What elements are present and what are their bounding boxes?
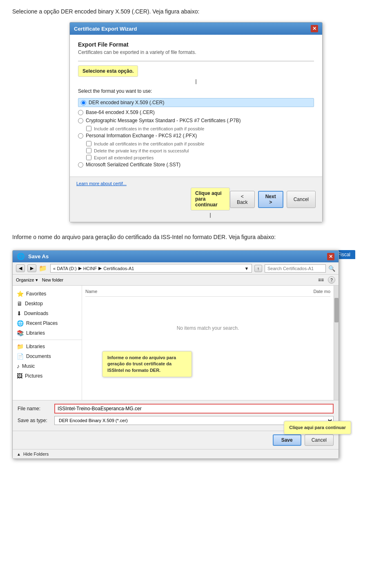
sidebar-recent-label: Recent Places (26, 320, 58, 326)
sidebar-desktop-label: Desktop (25, 301, 43, 306)
back-button[interactable]: < Back (230, 191, 255, 208)
downloads-icon: ⬇ (17, 310, 22, 317)
checkbox-pfx-delete-input[interactable] (86, 148, 91, 153)
radio-base64-input[interactable] (78, 110, 83, 115)
learn-more-link[interactable]: Learn more about certif... (76, 181, 127, 186)
col-name: Name (85, 289, 97, 294)
path-arrow2: ▶ (98, 266, 102, 271)
radio-der-input[interactable] (81, 100, 86, 105)
saveas-close-button[interactable]: ✕ (327, 253, 334, 260)
radio-sst-input[interactable] (78, 162, 83, 168)
radio-option-der[interactable]: DER encoded binary X.509 (.CER) (78, 98, 314, 107)
sidebar-pictures-label: Pictures (25, 373, 42, 379)
path-dropdown[interactable]: ▼ (245, 266, 249, 271)
saveas-titlebar: 🌐 Save As ✕ (13, 250, 339, 262)
sidebar-item-documents[interactable]: 📄 Documents (13, 351, 82, 361)
second-dialog-area: Certificate Export Wizard ta Fiscal 🌐 Sa… (12, 250, 355, 459)
sidebar-downloads-label: Downloads (24, 311, 48, 316)
radio-option-pfx[interactable]: Personal Information Exchange - PKCS #12… (78, 133, 314, 139)
dialog-close-button[interactable]: ✕ (311, 25, 318, 32)
annotation-save-tooltip: Clique aqui para continuar (284, 421, 351, 434)
sidebar-documents-label: Documents (26, 353, 51, 359)
dialog-body: Export File Format Certificates can be e… (70, 35, 322, 177)
radio-option-p7b[interactable]: Cryptographic Message Syntax Standard - … (78, 118, 314, 123)
next-button[interactable]: Next > (258, 191, 283, 208)
address-path[interactable]: « DATA (D:) ▶ HCINF ▶ Certificados-A1 ▼ (50, 264, 252, 273)
help-button[interactable]: ? (328, 276, 335, 284)
file-header: Name Date mo (85, 289, 330, 297)
path-arrow1: ▶ (78, 266, 82, 271)
checkbox-pfx-extended[interactable]: Export all extended properties (86, 155, 314, 160)
sidebar-libraries-top-label: Libraries (26, 330, 45, 336)
sidebar-item-libraries-top[interactable]: 📚 Libraries (13, 328, 82, 338)
nav-back-button[interactable]: ◀ (16, 264, 25, 272)
radio-option-base64[interactable]: Base-64 encoded X.509 (.CER) (78, 110, 314, 115)
path-part3: Certificados-A1 (103, 266, 134, 271)
radio-pfx-input[interactable] (78, 133, 83, 139)
new-folder-button[interactable]: New folder (42, 277, 64, 282)
cancel-button[interactable]: Cancel (287, 191, 316, 208)
checkbox-p7b-input[interactable] (86, 126, 91, 131)
music-icon: ♪ (17, 363, 20, 369)
radio-der-label: DER encoded binary X.509 (.CER) (89, 100, 164, 105)
saveas-title: Save As (28, 253, 49, 259)
radio-sst-label: Microsoft Serialized Certificate Store (… (86, 162, 180, 168)
favorites-icon: ⭐ (17, 291, 24, 297)
section-subtitle: Certificates can be exported in a variet… (78, 49, 314, 55)
checkbox-pfx-extended-label: Export all extended properties (94, 155, 154, 160)
checkbox-p7b-certs[interactable]: Include all certificates in the certific… (86, 126, 314, 131)
checkbox-p7b-label: Include all certificates in the certific… (94, 126, 204, 131)
view-button[interactable]: ≡≡ (318, 277, 324, 283)
file-name-input[interactable] (54, 404, 334, 414)
save-button[interactable]: Save (273, 434, 301, 446)
checkbox-pfx-certs-input[interactable] (86, 141, 91, 146)
search-input[interactable] (265, 264, 326, 273)
radio-pfx-label: Personal Information Exchange - PKCS #12… (86, 133, 197, 139)
select-format-label: Select the format you want to use: (78, 88, 314, 94)
sidebar-favorites-label: Favorites (26, 291, 46, 297)
hide-folders-label: Hide Folders (23, 452, 49, 456)
checkbox-pfx-delete-label: Delete the private key if the export is … (94, 148, 189, 153)
nav-up-button[interactable]: ↑ (254, 265, 263, 272)
sidebar-item-desktop[interactable]: 🖥 Desktop (13, 299, 82, 309)
address-bar: ◀ ▶ 📁 « DATA (D:) ▶ HCINF ▶ Certificados… (13, 262, 339, 275)
toolbar-row: Organize ▾ New folder ≡≡ ? (13, 275, 339, 286)
sidebar-item-favorites[interactable]: ⭐ Favorites (13, 289, 82, 299)
dialog-footer: Learn more about certif... Clique aqui p… (70, 177, 322, 222)
sidebar-item-pictures[interactable]: 🖼 Pictures (13, 371, 82, 381)
radio-base64-label: Base-64 encoded X.509 (.CER) (86, 110, 155, 115)
col-date: Date mo (313, 289, 330, 294)
sidebar-item-recent[interactable]: 🌐 Recent Places (13, 318, 82, 328)
sidebar-item-music[interactable]: ♪ Music (13, 361, 82, 371)
sidebar-panel: ⭐ Favorites 🖥 Desktop ⬇ Downloads 🌐 Rece… (13, 286, 82, 400)
annotation-select-tooltip: Selecione esta opção. (78, 65, 138, 77)
path-part1: « DATA (D:) (53, 266, 77, 271)
file-name-row: File name: (18, 404, 334, 414)
cert-export-wizard-dialog: Certificate Export Wizard ✕ Export File … (69, 22, 323, 222)
organize-button[interactable]: Organize ▾ (16, 277, 38, 283)
dialog-titlebar: Certificate Export Wizard ✕ (70, 22, 322, 35)
sidebar-item-libraries[interactable]: 📁 Libraries (13, 342, 82, 351)
radio-p7b-input[interactable] (78, 118, 83, 123)
nav-forward-button[interactable]: ▶ (27, 264, 36, 272)
checkbox-pfx-extended-input[interactable] (86, 155, 91, 160)
path-part2: HCINF (83, 266, 97, 271)
dialog-buttons: < Back Next > Cancel (230, 191, 316, 208)
sidebar-item-downloads[interactable]: ⬇ Downloads (13, 309, 82, 318)
no-items-text: No items match your search. (85, 325, 330, 331)
hide-folders-bar[interactable]: ▲ Hide Folders (13, 449, 339, 458)
save-type-label: Save as type: (18, 418, 54, 423)
scrollbar[interactable] (334, 286, 339, 400)
search-icon[interactable]: 🔍 (328, 265, 335, 272)
saveas-cancel-button[interactable]: Cancel (305, 434, 334, 446)
file-name-label: File name: (18, 406, 54, 411)
checkbox-pfx-certs[interactable]: Include all certificates in the certific… (86, 141, 314, 146)
file-browser: ⭐ Favorites 🖥 Desktop ⬇ Downloads 🌐 Rece… (13, 286, 339, 400)
scroll-thumb[interactable] (334, 298, 339, 322)
sidebar-libraries-label: Libraries (26, 344, 45, 349)
recent-icon: 🌐 (17, 320, 24, 326)
radio-option-sst[interactable]: Microsoft Serialized Certificate Store (… (78, 162, 314, 168)
dialog-title: Certificate Export Wizard (74, 26, 137, 32)
checkbox-pfx-delete[interactable]: Delete the private key if the export is … (86, 148, 314, 153)
sidebar-music-label: Music (22, 363, 35, 369)
